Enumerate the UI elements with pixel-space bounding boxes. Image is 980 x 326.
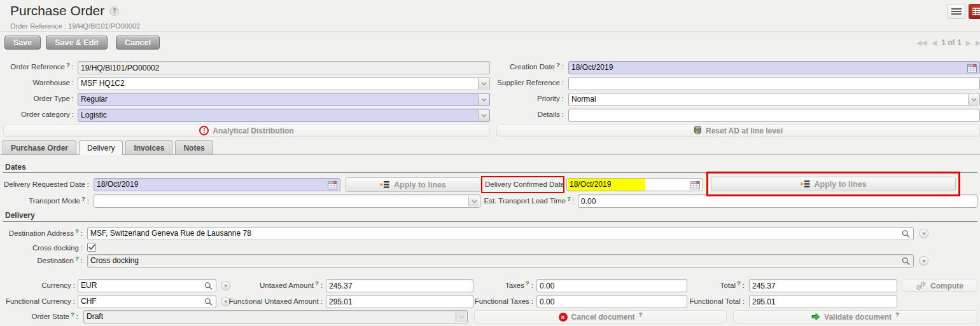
destination-address-input[interactable]: MSF, Switzerland Geneva Rue de Lausanne … (87, 227, 914, 240)
alert-icon: ! (199, 126, 209, 135)
calendar-icon[interactable] (327, 180, 338, 190)
est-transport-lead-time-label: Est. Transport Lead Time?: (482, 197, 575, 205)
dates-section-title: Dates (5, 163, 26, 172)
tab-delivery[interactable]: Delivery (79, 140, 123, 155)
total-label: Total?: (687, 282, 745, 289)
delivery-requested-date-input[interactable]: 18/Oct/2019 (94, 178, 340, 191)
supplier-reference-input[interactable] (568, 77, 980, 90)
compute-button[interactable]: Compute (902, 280, 977, 292)
reset-ad-button[interactable]: Reset AD at line level (496, 125, 980, 137)
pager-next-icon[interactable]: ▶ (966, 39, 971, 47)
cross-docking-label: Cross docking: (0, 244, 83, 252)
order-reference-input (78, 61, 490, 74)
save-button[interactable]: Save (4, 36, 41, 50)
chevron-down-icon[interactable] (968, 94, 979, 105)
apply-to-lines-confirmed-button[interactable]: Apply to lines (711, 177, 956, 191)
triangle-down-icon (922, 233, 926, 235)
help-icon: ? (75, 228, 79, 234)
delivery-confirmed-date-input[interactable]: 18/Oct/2019 (566, 178, 703, 191)
magnifier-icon[interactable] (204, 282, 213, 290)
list-view-button[interactable] (948, 4, 965, 19)
tab-bar: Purchase Order Delivery Invoices Notes (3, 140, 213, 155)
purchase-order-form: Purchase Order ? Order Reference : 19/HQ… (0, 0, 980, 326)
cancel-cross-icon: × (559, 313, 568, 322)
help-icon: ? (737, 280, 741, 287)
destination-label: Destination?: (0, 257, 83, 264)
currency-input[interactable]: EUR (78, 279, 216, 292)
order-type-select[interactable]: Regular (78, 93, 490, 106)
est-transport-lead-time-input[interactable] (578, 194, 977, 208)
triangle-down-icon (922, 260, 926, 262)
cancel-button[interactable]: Cancel (116, 36, 160, 50)
chevron-down-icon (456, 311, 466, 322)
priority-select[interactable]: Normal (568, 93, 980, 106)
calendar-icon[interactable] (967, 63, 977, 73)
functional-total-label: Functional Total: (662, 297, 745, 305)
form-view-button[interactable] (969, 4, 980, 19)
warehouse-label: Warehouse: (0, 79, 74, 86)
currency-label: Currency: (0, 282, 75, 289)
delivery-section-title: Delivery (5, 211, 35, 220)
destination-address-dropdown-button[interactable] (919, 229, 928, 238)
analytical-distribution-button[interactable]: ! Analytical Distribution (3, 125, 490, 137)
tab-notes[interactable]: Notes (175, 140, 213, 154)
details-label: Details: (439, 111, 564, 118)
supplier-reference-label: Supplier Reference: (439, 79, 564, 86)
functional-taxes-label: Functional Taxes: (439, 297, 533, 305)
help-icon: ? (895, 311, 899, 318)
transport-mode-label: Transport Mode?: (0, 197, 89, 205)
functional-currency-label: Functional Currency: (0, 297, 75, 305)
validate-arrow-icon (811, 313, 820, 321)
currency-dropdown-button[interactable] (221, 281, 230, 290)
order-category-select[interactable]: Logistic (78, 109, 490, 122)
warehouse-select[interactable]: MSF HQ1C2 (78, 77, 490, 90)
apply-to-lines-icon (801, 180, 810, 188)
magnifier-icon[interactable] (902, 229, 910, 238)
help-icon: ? (315, 280, 319, 287)
magnifier-icon[interactable] (204, 297, 213, 306)
untaxed-amount-label: Untaxed Amount?: (235, 282, 323, 289)
help-icon: ? (75, 255, 79, 262)
tab-invoices[interactable]: Invoices (125, 140, 172, 154)
pager-first-icon[interactable]: ◀◀ (916, 39, 927, 47)
destination-dropdown-button[interactable] (919, 256, 928, 266)
calendar-icon[interactable] (690, 180, 701, 190)
check-icon (88, 244, 95, 250)
delivery-confirmed-date-label: Delivery Confirmed Date (485, 180, 563, 188)
taxes-label: Taxes?: (458, 282, 533, 289)
tab-purchase-order[interactable]: Purchase Order (3, 140, 76, 154)
functional-untaxed-amount-label: Functional Untaxed Amount: (216, 297, 323, 305)
validate-document-button[interactable]: Validate document ? (733, 310, 977, 323)
destination-input: Cross docking (87, 254, 914, 268)
record-ref-label: Order Reference : (10, 22, 66, 30)
functional-currency-input[interactable]: CHF (78, 295, 216, 308)
apply-to-lines-icon (380, 180, 389, 189)
order-type-label: Order Type: (0, 95, 74, 102)
order-state-select: Draft (83, 310, 468, 323)
pager: ◀◀ ◀ 1 of 1 ▶ ▶▶ (916, 38, 980, 47)
save-edit-button[interactable]: Save & Edit (46, 36, 108, 50)
page-title: Purchase Order ? (10, 3, 119, 18)
delivery-requested-date-label: Delivery Requested Date: (0, 180, 89, 188)
chevron-down-icon[interactable] (468, 196, 479, 207)
reset-ad-icon (694, 126, 702, 135)
untaxed-amount-input (326, 279, 473, 292)
pager-last-icon[interactable]: ▶▶ (976, 39, 980, 47)
help-icon: ? (66, 61, 70, 68)
help-icon: ? (81, 195, 85, 202)
apply-to-lines-requested-button[interactable]: Apply to lines (346, 177, 480, 192)
functional-total-input (749, 295, 897, 308)
pager-count: 1 of 1 (941, 38, 961, 47)
record-ref-value: 19/HQ/BI101/PO00002 (68, 22, 140, 30)
priority-label: Priority: (439, 95, 564, 102)
details-input[interactable] (568, 109, 980, 122)
creation-date-input[interactable]: 18/Oct/2019 (568, 61, 980, 74)
help-icon: ? (639, 311, 643, 318)
gears-icon (916, 281, 927, 290)
pager-prev-icon[interactable]: ◀ (932, 39, 937, 47)
highlighted-date-value: 18/Oct/2019 (568, 179, 645, 191)
creation-date-label: Creation Date?: (439, 63, 564, 71)
transport-mode-select[interactable] (94, 194, 480, 208)
cancel-document-button[interactable]: × Cancel document ? (474, 310, 727, 323)
cross-docking-checkbox[interactable] (87, 243, 96, 252)
